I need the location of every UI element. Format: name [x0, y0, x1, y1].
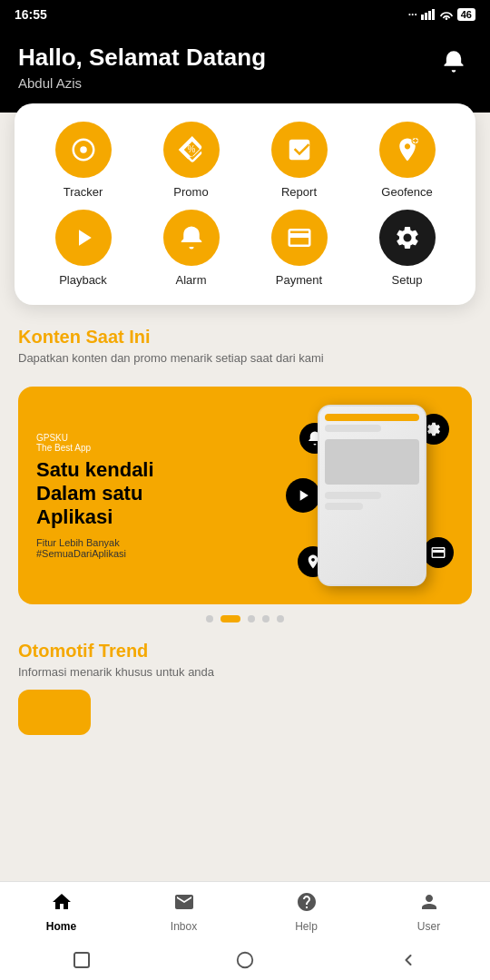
- nav-user[interactable]: User: [368, 891, 490, 933]
- banner-logo: GPSKU The Best App: [36, 433, 454, 453]
- svg-rect-7: [74, 953, 89, 967]
- menu-card: Tracker % Promo Report Geofence: [15, 103, 475, 305]
- playback-icon-circle: [55, 210, 112, 266]
- report-label: Report: [281, 185, 317, 199]
- tracker-label: Tracker: [64, 185, 103, 199]
- inbox-icon: [173, 891, 195, 916]
- menu-item-geofence[interactable]: Geofence: [357, 122, 457, 199]
- carousel-dots: [0, 604, 490, 626]
- android-nav-bar: [0, 940, 490, 980]
- wifi-icon: [439, 9, 454, 20]
- setup-icon-circle: [379, 210, 436, 266]
- dot-2[interactable]: [220, 615, 240, 622]
- square-icon: [73, 951, 91, 969]
- bell-icon: [441, 49, 466, 74]
- banner-content: GPSKU The Best App Satu kendali Dalam sa…: [18, 415, 472, 577]
- playback-icon: [70, 224, 97, 251]
- svg-rect-3: [432, 9, 435, 20]
- svg-point-4: [80, 146, 87, 153]
- nav-help-label: Help: [295, 920, 318, 933]
- payment-icon: [286, 224, 313, 251]
- setup-icon: [394, 224, 421, 251]
- status-bar: 16:55 ··· 46: [0, 0, 490, 29]
- status-time: 16:55: [15, 7, 47, 22]
- svg-point-8: [238, 953, 253, 968]
- setup-label: Setup: [392, 273, 423, 287]
- otomotif-subtitle: Informasi menarik khusus untuk anda: [18, 665, 472, 679]
- svg-rect-1: [425, 13, 427, 20]
- banner[interactable]: GPSKU The Best App Satu kendali Dalam sa…: [18, 387, 472, 604]
- report-icon: [286, 136, 313, 163]
- nav-home[interactable]: Home: [0, 891, 122, 933]
- greeting-text: Hallo, Selamat Datang: [18, 44, 266, 72]
- menu-item-alarm[interactable]: Alarm: [141, 210, 241, 287]
- menu-item-playback[interactable]: Playback: [33, 210, 133, 287]
- banner-title: Satu kendali Dalam satu Aplikasi: [36, 458, 454, 530]
- nav-inbox-label: Inbox: [171, 920, 197, 933]
- notification-bell-button[interactable]: [436, 44, 472, 80]
- help-icon: [296, 891, 318, 916]
- banner-small: Fitur Lebih Banyak #SemuaDariAplikasi: [36, 537, 454, 559]
- back-icon: [399, 951, 417, 969]
- content-section: Konten Saat Ini Dapatkan konten dan prom…: [0, 305, 490, 376]
- otomotif-section: Otomotif Trend Informasi menarik khusus …: [0, 626, 490, 746]
- menu-item-payment[interactable]: Payment: [249, 210, 349, 287]
- geofence-icon-circle: [379, 122, 436, 178]
- banner-tagline: The Best App: [36, 443, 454, 453]
- circle-icon: [235, 950, 255, 970]
- payment-icon-circle: [271, 210, 328, 266]
- nav-user-label: User: [417, 920, 440, 933]
- tracker-icon-circle: [55, 122, 112, 178]
- bottom-nav: Home Inbox Help User: [0, 881, 490, 940]
- geofence-label: Geofence: [381, 185, 432, 199]
- promo-icon-circle: %: [163, 122, 220, 178]
- android-square-btn[interactable]: [71, 949, 93, 971]
- dot-1[interactable]: [206, 615, 213, 622]
- home-icon: [51, 891, 73, 916]
- header: Hallo, Selamat Datang Abdul Azis: [0, 29, 490, 113]
- user-icon: [418, 891, 440, 916]
- otomotif-title: Otomotif Trend: [18, 641, 472, 662]
- dot-4[interactable]: [262, 615, 270, 622]
- username-text: Abdul Azis: [18, 75, 266, 91]
- alarm-label: Alarm: [176, 273, 207, 287]
- dot-3[interactable]: [248, 615, 255, 622]
- playback-label: Playback: [59, 273, 107, 287]
- nav-home-label: Home: [46, 920, 76, 933]
- menu-grid: Tracker % Promo Report Geofence: [33, 122, 457, 287]
- battery-level: 46: [457, 8, 475, 21]
- svg-text:%: %: [187, 144, 195, 154]
- menu-item-setup[interactable]: Setup: [357, 210, 457, 287]
- status-icons: ··· 46: [408, 8, 475, 21]
- android-back-btn[interactable]: [397, 949, 419, 971]
- promo-label: Promo: [173, 185, 208, 199]
- menu-item-report[interactable]: Report: [249, 122, 349, 199]
- otomotif-card[interactable]: [18, 690, 91, 735]
- svg-rect-2: [428, 11, 431, 20]
- content-title: Konten Saat Ini: [18, 327, 472, 348]
- content-subtitle: Dapatkan konten dan promo menarik setiap…: [18, 351, 472, 365]
- android-home-btn[interactable]: [234, 949, 256, 971]
- nav-inbox[interactable]: Inbox: [122, 891, 245, 933]
- promo-icon: %: [178, 136, 205, 163]
- alarm-icon: [178, 224, 205, 251]
- signal-icon: [421, 9, 436, 20]
- tracker-icon: [70, 136, 97, 163]
- report-icon-circle: [271, 122, 328, 178]
- payment-label: Payment: [276, 273, 322, 287]
- menu-item-tracker[interactable]: Tracker: [33, 122, 133, 199]
- nav-help[interactable]: Help: [245, 891, 368, 933]
- dot-5[interactable]: [277, 615, 284, 622]
- geofence-icon: [394, 136, 421, 163]
- menu-item-promo[interactable]: % Promo: [141, 122, 241, 199]
- alarm-icon-circle: [163, 210, 220, 266]
- svg-rect-0: [421, 15, 424, 20]
